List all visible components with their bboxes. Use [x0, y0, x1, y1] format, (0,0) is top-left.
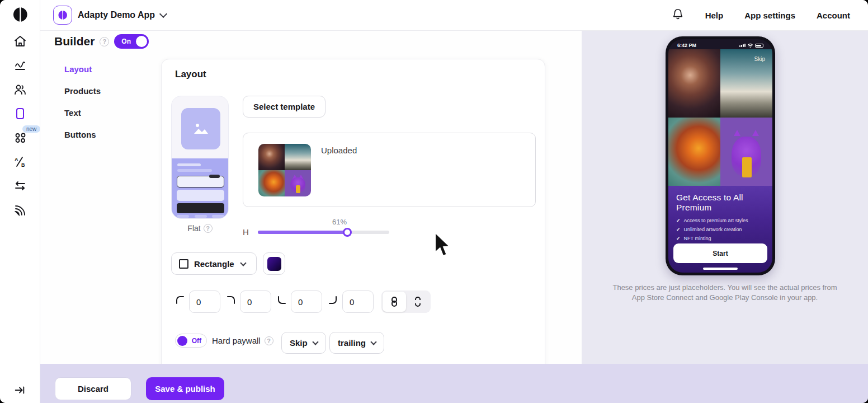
corner-top-right-input[interactable]: [240, 290, 271, 313]
corner-bottom-right-icon: [328, 295, 338, 305]
toggle-on-label: On: [121, 38, 131, 45]
preview-panel: 6:42 PM Skip Get Access to All Premium: [582, 31, 868, 364]
help-link[interactable]: Help: [705, 11, 724, 20]
chevron-down-icon: [159, 10, 167, 18]
app-selector[interactable]: Adapty Demo App: [53, 6, 166, 25]
preview-paywall: Get Access to All Premium ✓Access to pre…: [668, 186, 772, 273]
builder-on-toggle[interactable]: On: [114, 34, 149, 49]
adapty-logo-icon[interactable]: [11, 6, 29, 24]
placeholder-prices-caption: These prices are just placeholders. You …: [607, 283, 842, 302]
home-icon[interactable]: [9, 35, 31, 48]
skip-behavior-dropdown[interactable]: Skip: [281, 332, 326, 354]
select-template-button[interactable]: Select template: [243, 96, 326, 118]
hard-paywall-help-icon[interactable]: ?: [265, 336, 273, 345]
home-indicator: [703, 268, 738, 270]
uploaded-label: Uploaded: [321, 146, 357, 155]
hard-paywall-label: Hard paywall: [212, 336, 261, 345]
transactions-icon[interactable]: [9, 179, 31, 193]
position-dropdown-value: trailing: [338, 338, 366, 348]
check-icon: ✓: [676, 218, 681, 223]
layout-card: Layout Flat ? Select template: [161, 59, 545, 372]
preview-art-woman: [668, 49, 720, 118]
preview-art-cat: [720, 118, 772, 186]
slider-handle[interactable]: [343, 228, 352, 237]
corner-bottom-left-icon: [277, 295, 287, 305]
ab-tests-icon[interactable]: AB: [9, 155, 31, 168]
feature-item: NFT minting: [684, 236, 711, 241]
paywalls-icon[interactable]: [9, 107, 31, 120]
status-bar: 6:42 PM: [668, 39, 772, 51]
template-help-icon[interactable]: ?: [204, 224, 213, 233]
uploaded-art-tree: [285, 144, 311, 170]
preview-image-grid: [668, 49, 772, 186]
position-dropdown[interactable]: trailing: [329, 332, 384, 354]
nav-item-buttons[interactable]: Buttons: [64, 130, 101, 139]
toggle-knob: [177, 336, 187, 346]
corner-top-right-icon: [226, 295, 236, 305]
shape-dropdown[interactable]: Rectangle: [171, 252, 257, 275]
preview-skip-link[interactable]: Skip: [754, 56, 765, 62]
uploaded-image-thumbnail[interactable]: [258, 144, 311, 196]
discard-button[interactable]: Discard: [55, 377, 131, 400]
uploaded-art-cat: [285, 170, 311, 196]
builder-title: Builder: [54, 35, 95, 48]
rectangle-shape-icon: [179, 259, 188, 269]
builder-help-icon[interactable]: ?: [100, 37, 109, 46]
template-name: Flat: [187, 224, 200, 233]
app-window: new AB Adapty Demo App: [0, 0, 868, 403]
account-link[interactable]: Account: [817, 11, 850, 20]
check-icon: ✓: [676, 236, 681, 241]
height-slider-label: H: [243, 227, 249, 237]
metrics-icon[interactable]: [9, 59, 31, 72]
corner-top-left-input[interactable]: [189, 290, 220, 313]
color-swatch: [267, 257, 281, 271]
builder-side-nav: Layout Products Text Buttons: [64, 64, 101, 139]
nav-item-text[interactable]: Text: [64, 108, 101, 118]
corner-top-left-icon: [175, 295, 185, 305]
placements-icon[interactable]: new: [9, 131, 31, 144]
link-corners-icon[interactable]: [383, 292, 406, 312]
template-preview-thumbnail[interactable]: [171, 96, 229, 219]
hard-paywall-toggle[interactable]: Off: [175, 334, 207, 348]
svg-text:A: A: [15, 157, 18, 162]
status-time: 6:42 PM: [677, 43, 696, 48]
unlink-corners-icon[interactable]: [406, 292, 430, 312]
shape-selected: Rectangle: [194, 259, 234, 269]
svg-text:B: B: [21, 162, 25, 168]
toggle-off-label: Off: [192, 337, 201, 345]
notifications-bell-icon[interactable]: [672, 8, 684, 22]
chevron-down-icon: [240, 260, 246, 266]
preview-art-dragon: [668, 118, 720, 186]
template-image-placeholder-icon: [181, 108, 220, 149]
signal-icon: [739, 44, 746, 47]
new-badge: new: [22, 125, 40, 133]
collapse-sidebar-icon[interactable]: [13, 384, 26, 399]
nav-item-products[interactable]: Products: [64, 86, 101, 96]
wifi-icon: [747, 43, 753, 48]
chevron-down-icon: [370, 339, 376, 345]
start-button[interactable]: Start: [673, 243, 767, 263]
uploaded-image-box: Uploaded: [243, 133, 536, 207]
top-bar: Adapty Demo App Help App settings Accoun…: [40, 0, 868, 31]
left-rail: new AB: [0, 0, 40, 403]
height-slider[interactable]: [258, 231, 389, 234]
corner-bottom-right-input[interactable]: [342, 290, 374, 313]
uploaded-art-dragon: [258, 170, 285, 196]
corner-bottom-left-input[interactable]: [291, 290, 322, 313]
corner-link-toggle-group: [381, 290, 431, 313]
chevron-down-icon: [312, 339, 318, 345]
skip-dropdown-value: Skip: [290, 338, 308, 348]
app-name: Adapty Demo App: [78, 10, 155, 20]
height-slider-value: 61%: [332, 218, 347, 226]
paywall-heading: Get Access to All Premium: [676, 193, 765, 213]
users-icon[interactable]: [9, 83, 31, 96]
save-publish-button[interactable]: Save & publish: [146, 377, 224, 400]
footer-bar: Discard Save & publish: [40, 364, 868, 403]
feature-item: Unlimited artwork creation: [684, 227, 742, 232]
nav-item-layout[interactable]: Layout: [64, 64, 101, 74]
check-icon: ✓: [676, 227, 681, 232]
app-settings-link[interactable]: App settings: [744, 11, 795, 20]
uploaded-art-woman: [258, 144, 285, 170]
color-picker-button[interactable]: [263, 252, 285, 275]
events-icon[interactable]: [9, 203, 31, 217]
